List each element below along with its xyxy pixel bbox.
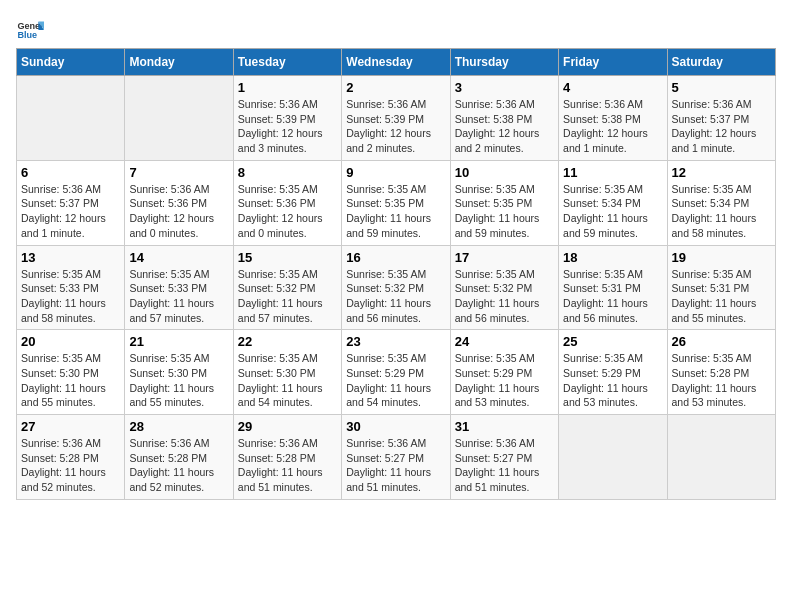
calendar-cell: 3Sunrise: 5:36 AMSunset: 5:38 PMDaylight… xyxy=(450,76,558,161)
calendar-cell: 10Sunrise: 5:35 AMSunset: 5:35 PMDayligh… xyxy=(450,160,558,245)
calendar-cell: 8Sunrise: 5:35 AMSunset: 5:36 PMDaylight… xyxy=(233,160,341,245)
day-info: Sunrise: 5:35 AMSunset: 5:32 PMDaylight:… xyxy=(455,267,554,326)
calendar-table: SundayMondayTuesdayWednesdayThursdayFrid… xyxy=(16,48,776,500)
day-info: Sunrise: 5:36 AMSunset: 5:28 PMDaylight:… xyxy=(21,436,120,495)
day-number: 21 xyxy=(129,334,228,349)
day-number: 1 xyxy=(238,80,337,95)
calendar-cell: 11Sunrise: 5:35 AMSunset: 5:34 PMDayligh… xyxy=(559,160,667,245)
day-info: Sunrise: 5:35 AMSunset: 5:35 PMDaylight:… xyxy=(455,182,554,241)
day-info: Sunrise: 5:35 AMSunset: 5:30 PMDaylight:… xyxy=(238,351,337,410)
day-info: Sunrise: 5:35 AMSunset: 5:28 PMDaylight:… xyxy=(672,351,771,410)
day-info: Sunrise: 5:35 AMSunset: 5:32 PMDaylight:… xyxy=(238,267,337,326)
day-number: 10 xyxy=(455,165,554,180)
calendar-cell: 9Sunrise: 5:35 AMSunset: 5:35 PMDaylight… xyxy=(342,160,450,245)
header-monday: Monday xyxy=(125,49,233,76)
day-info: Sunrise: 5:36 AMSunset: 5:27 PMDaylight:… xyxy=(346,436,445,495)
header-wednesday: Wednesday xyxy=(342,49,450,76)
day-number: 13 xyxy=(21,250,120,265)
header-thursday: Thursday xyxy=(450,49,558,76)
day-number: 30 xyxy=(346,419,445,434)
calendar-cell xyxy=(125,76,233,161)
day-number: 11 xyxy=(563,165,662,180)
day-info: Sunrise: 5:36 AMSunset: 5:28 PMDaylight:… xyxy=(129,436,228,495)
day-number: 19 xyxy=(672,250,771,265)
header-tuesday: Tuesday xyxy=(233,49,341,76)
day-number: 17 xyxy=(455,250,554,265)
day-number: 24 xyxy=(455,334,554,349)
page-header: General Blue xyxy=(16,16,776,44)
day-info: Sunrise: 5:35 AMSunset: 5:29 PMDaylight:… xyxy=(455,351,554,410)
day-info: Sunrise: 5:35 AMSunset: 5:29 PMDaylight:… xyxy=(346,351,445,410)
day-number: 26 xyxy=(672,334,771,349)
calendar-cell: 1Sunrise: 5:36 AMSunset: 5:39 PMDaylight… xyxy=(233,76,341,161)
header-saturday: Saturday xyxy=(667,49,775,76)
calendar-cell: 30Sunrise: 5:36 AMSunset: 5:27 PMDayligh… xyxy=(342,415,450,500)
day-info: Sunrise: 5:36 AMSunset: 5:39 PMDaylight:… xyxy=(238,97,337,156)
calendar-week-1: 1Sunrise: 5:36 AMSunset: 5:39 PMDaylight… xyxy=(17,76,776,161)
day-number: 22 xyxy=(238,334,337,349)
day-number: 6 xyxy=(21,165,120,180)
calendar-header-row: SundayMondayTuesdayWednesdayThursdayFrid… xyxy=(17,49,776,76)
day-info: Sunrise: 5:35 AMSunset: 5:33 PMDaylight:… xyxy=(21,267,120,326)
calendar-cell: 13Sunrise: 5:35 AMSunset: 5:33 PMDayligh… xyxy=(17,245,125,330)
day-info: Sunrise: 5:36 AMSunset: 5:38 PMDaylight:… xyxy=(455,97,554,156)
day-number: 7 xyxy=(129,165,228,180)
calendar-cell: 16Sunrise: 5:35 AMSunset: 5:32 PMDayligh… xyxy=(342,245,450,330)
day-info: Sunrise: 5:36 AMSunset: 5:36 PMDaylight:… xyxy=(129,182,228,241)
calendar-week-3: 13Sunrise: 5:35 AMSunset: 5:33 PMDayligh… xyxy=(17,245,776,330)
day-info: Sunrise: 5:35 AMSunset: 5:31 PMDaylight:… xyxy=(672,267,771,326)
calendar-cell: 12Sunrise: 5:35 AMSunset: 5:34 PMDayligh… xyxy=(667,160,775,245)
day-number: 3 xyxy=(455,80,554,95)
day-info: Sunrise: 5:36 AMSunset: 5:27 PMDaylight:… xyxy=(455,436,554,495)
day-info: Sunrise: 5:35 AMSunset: 5:36 PMDaylight:… xyxy=(238,182,337,241)
calendar-cell: 27Sunrise: 5:36 AMSunset: 5:28 PMDayligh… xyxy=(17,415,125,500)
calendar-cell: 15Sunrise: 5:35 AMSunset: 5:32 PMDayligh… xyxy=(233,245,341,330)
calendar-cell: 20Sunrise: 5:35 AMSunset: 5:30 PMDayligh… xyxy=(17,330,125,415)
day-info: Sunrise: 5:36 AMSunset: 5:39 PMDaylight:… xyxy=(346,97,445,156)
calendar-week-5: 27Sunrise: 5:36 AMSunset: 5:28 PMDayligh… xyxy=(17,415,776,500)
day-number: 4 xyxy=(563,80,662,95)
calendar-week-4: 20Sunrise: 5:35 AMSunset: 5:30 PMDayligh… xyxy=(17,330,776,415)
day-info: Sunrise: 5:36 AMSunset: 5:37 PMDaylight:… xyxy=(21,182,120,241)
calendar-cell: 26Sunrise: 5:35 AMSunset: 5:28 PMDayligh… xyxy=(667,330,775,415)
calendar-cell xyxy=(559,415,667,500)
calendar-cell: 22Sunrise: 5:35 AMSunset: 5:30 PMDayligh… xyxy=(233,330,341,415)
calendar-cell: 24Sunrise: 5:35 AMSunset: 5:29 PMDayligh… xyxy=(450,330,558,415)
day-info: Sunrise: 5:35 AMSunset: 5:34 PMDaylight:… xyxy=(563,182,662,241)
day-number: 2 xyxy=(346,80,445,95)
day-info: Sunrise: 5:35 AMSunset: 5:34 PMDaylight:… xyxy=(672,182,771,241)
day-info: Sunrise: 5:35 AMSunset: 5:30 PMDaylight:… xyxy=(129,351,228,410)
day-number: 18 xyxy=(563,250,662,265)
day-info: Sunrise: 5:36 AMSunset: 5:38 PMDaylight:… xyxy=(563,97,662,156)
calendar-cell xyxy=(667,415,775,500)
calendar-cell: 17Sunrise: 5:35 AMSunset: 5:32 PMDayligh… xyxy=(450,245,558,330)
calendar-cell: 31Sunrise: 5:36 AMSunset: 5:27 PMDayligh… xyxy=(450,415,558,500)
day-number: 27 xyxy=(21,419,120,434)
header-sunday: Sunday xyxy=(17,49,125,76)
calendar-cell: 6Sunrise: 5:36 AMSunset: 5:37 PMDaylight… xyxy=(17,160,125,245)
day-number: 29 xyxy=(238,419,337,434)
calendar-cell xyxy=(17,76,125,161)
day-info: Sunrise: 5:35 AMSunset: 5:29 PMDaylight:… xyxy=(563,351,662,410)
calendar-cell: 23Sunrise: 5:35 AMSunset: 5:29 PMDayligh… xyxy=(342,330,450,415)
header-friday: Friday xyxy=(559,49,667,76)
calendar-cell: 28Sunrise: 5:36 AMSunset: 5:28 PMDayligh… xyxy=(125,415,233,500)
day-number: 12 xyxy=(672,165,771,180)
svg-text:Blue: Blue xyxy=(17,30,37,40)
logo: General Blue xyxy=(16,16,48,44)
day-number: 28 xyxy=(129,419,228,434)
calendar-cell: 18Sunrise: 5:35 AMSunset: 5:31 PMDayligh… xyxy=(559,245,667,330)
calendar-cell: 21Sunrise: 5:35 AMSunset: 5:30 PMDayligh… xyxy=(125,330,233,415)
day-info: Sunrise: 5:36 AMSunset: 5:28 PMDaylight:… xyxy=(238,436,337,495)
calendar-week-2: 6Sunrise: 5:36 AMSunset: 5:37 PMDaylight… xyxy=(17,160,776,245)
day-number: 5 xyxy=(672,80,771,95)
day-number: 20 xyxy=(21,334,120,349)
calendar-cell: 7Sunrise: 5:36 AMSunset: 5:36 PMDaylight… xyxy=(125,160,233,245)
calendar-cell: 25Sunrise: 5:35 AMSunset: 5:29 PMDayligh… xyxy=(559,330,667,415)
day-number: 31 xyxy=(455,419,554,434)
day-info: Sunrise: 5:35 AMSunset: 5:32 PMDaylight:… xyxy=(346,267,445,326)
day-info: Sunrise: 5:35 AMSunset: 5:31 PMDaylight:… xyxy=(563,267,662,326)
day-number: 16 xyxy=(346,250,445,265)
day-info: Sunrise: 5:35 AMSunset: 5:30 PMDaylight:… xyxy=(21,351,120,410)
day-info: Sunrise: 5:36 AMSunset: 5:37 PMDaylight:… xyxy=(672,97,771,156)
